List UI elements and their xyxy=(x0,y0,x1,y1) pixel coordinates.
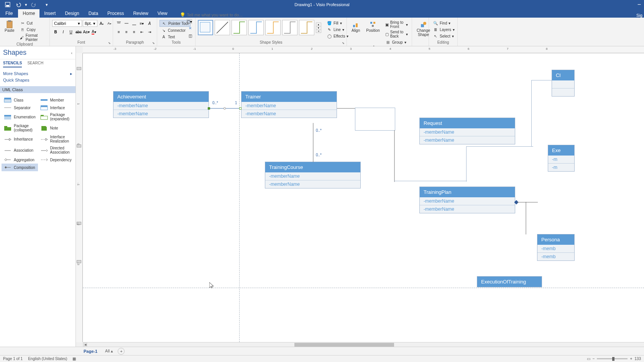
shape-enumeration[interactable]: Enumeration xyxy=(2,111,38,123)
scroll-thumb[interactable] xyxy=(294,343,394,347)
gallery-scroll-up[interactable]: ▴ xyxy=(316,23,321,26)
tellme-input[interactable] xyxy=(187,13,264,17)
minimize-button[interactable]: − xyxy=(637,1,641,8)
sign-in[interactable]: Sig xyxy=(636,13,642,18)
group-button[interactable]: ⊞Group ▾ xyxy=(384,39,409,45)
cl-class[interactable]: Cl xyxy=(552,70,575,97)
rectangle-tool-button[interactable]: ▢▾ xyxy=(187,19,192,24)
connector-mid-vert[interactable] xyxy=(394,130,395,182)
italic-button[interactable]: I xyxy=(60,28,67,35)
all-pages-button[interactable]: All ▴ xyxy=(105,349,113,354)
request-class[interactable]: Request -memberName -memberName xyxy=(419,118,515,144)
persona-class[interactable]: Persona -memb -memb xyxy=(537,234,575,261)
align-right-button[interactable]: ≡ xyxy=(131,28,138,35)
paragraph-launcher[interactable]: ⬊ xyxy=(152,41,156,45)
connector-plan-down[interactable] xyxy=(526,202,526,234)
bold-button[interactable]: B xyxy=(52,28,59,35)
dim-handle[interactable] xyxy=(77,67,81,70)
shape-package-exp[interactable]: Package (expanded) xyxy=(38,111,74,123)
connector-mid-horiz[interactable] xyxy=(394,181,467,182)
file-tab[interactable]: File xyxy=(0,9,18,18)
quick-shapes-link[interactable]: Quick Shapes xyxy=(3,77,72,83)
align-bottom-button[interactable] xyxy=(131,20,138,27)
connector-plan-right[interactable] xyxy=(516,202,538,203)
shrink-font-button[interactable]: A▾ xyxy=(106,20,113,27)
select-button[interactable]: ↖Select ▾ xyxy=(431,33,456,39)
scroll-left-button[interactable]: ◀ xyxy=(83,342,87,347)
increase-indent-button[interactable]: ⇥ xyxy=(146,28,153,35)
align-left-button[interactable]: ≡ xyxy=(115,28,122,35)
font-color-button[interactable]: A▾ xyxy=(90,28,97,35)
format-painter-button[interactable]: 🖌Format Painter xyxy=(18,33,47,42)
connector-horiz2[interactable] xyxy=(466,146,533,147)
shape-directed-assoc[interactable]: Directed Association xyxy=(38,145,74,156)
review-tab[interactable]: Review xyxy=(128,9,153,18)
zoom-out-button[interactable]: − xyxy=(593,357,595,361)
save-icon[interactable] xyxy=(3,1,12,8)
shape-interface[interactable]: Interface xyxy=(38,104,74,111)
shape-separator[interactable]: Separator xyxy=(2,104,38,111)
drawing-canvas[interactable]: Achievement -memberName -memberName Trai… xyxy=(83,53,644,342)
font-name-combo[interactable]: Calibri▾ xyxy=(52,20,82,27)
shape-inheritance[interactable]: Inheritance xyxy=(2,134,38,145)
copy-button[interactable]: ⎘Copy xyxy=(18,26,47,33)
macro-status-icon[interactable]: ▦ xyxy=(72,357,76,361)
vertical-guide[interactable] xyxy=(239,53,240,342)
handle-mid[interactable] xyxy=(223,107,226,110)
shape-association[interactable]: Association xyxy=(2,145,38,156)
font-size-combo[interactable]: 8pt.▾ xyxy=(83,20,97,27)
find-button[interactable]: 🔍Find ▾ xyxy=(431,20,456,26)
underline-button[interactable]: U xyxy=(67,28,74,35)
shape-style-3[interactable] xyxy=(232,20,247,35)
gallery-more[interactable]: ≡ xyxy=(316,29,321,33)
presentation-mode-button[interactable]: ▭ xyxy=(587,357,590,361)
shape-style-7[interactable] xyxy=(299,20,314,35)
align-button[interactable]: Align xyxy=(349,20,362,33)
cut-button[interactable]: ✂Cut xyxy=(18,20,47,26)
change-case-button[interactable]: Aa▾ xyxy=(83,28,90,35)
shape-note[interactable]: Note xyxy=(38,123,74,134)
zoom-in-button[interactable]: + xyxy=(630,357,632,361)
shapestyles-launcher[interactable]: ⬊ xyxy=(342,41,346,45)
align-top-button[interactable] xyxy=(115,20,122,27)
shape-interface-real[interactable]: Interface Realization xyxy=(38,134,74,145)
handle-end[interactable] xyxy=(239,107,242,110)
redo-icon[interactable] xyxy=(29,1,38,8)
connector-trainer-course[interactable] xyxy=(313,123,314,162)
connector-box[interactable] xyxy=(355,108,395,131)
horizontal-guide[interactable] xyxy=(83,288,644,288)
shape-style-2[interactable] xyxy=(215,20,230,35)
connector-vert3[interactable] xyxy=(531,80,532,147)
home-tab[interactable]: Home xyxy=(18,9,39,18)
process-tab[interactable]: Process xyxy=(103,9,128,18)
pointer-tool-button[interactable]: ↖Pointer Tool xyxy=(159,20,191,27)
qat-customize-icon[interactable]: ▾ xyxy=(45,1,48,8)
stencils-tab[interactable]: STENCILS xyxy=(3,59,22,67)
connector-mid-vert2[interactable] xyxy=(466,146,467,182)
zoom-level[interactable]: 133 xyxy=(634,357,641,361)
collapse-panel-button[interactable]: ‹ xyxy=(71,51,72,55)
grow-font-button[interactable]: A▴ xyxy=(98,20,105,27)
bring-front-button[interactable]: ▣Bring to Front ▾ xyxy=(384,20,409,29)
strikethrough-button[interactable]: abc xyxy=(75,28,82,35)
shape-dependency[interactable]: Dependency xyxy=(38,156,74,164)
view-tab[interactable]: View xyxy=(153,9,172,18)
search-tab[interactable]: SEARCH xyxy=(27,59,43,67)
qat-dropdown-icon[interactable]: ▾ xyxy=(25,1,28,8)
align-center-button[interactable]: ≡ xyxy=(123,28,130,35)
shape-class[interactable]: Class xyxy=(2,96,38,104)
fill-button[interactable]: 🪣Fill ▾ xyxy=(325,20,350,26)
shape-member[interactable]: Member xyxy=(38,96,74,104)
shape-composition[interactable]: Composition xyxy=(2,164,38,171)
shape-style-6[interactable] xyxy=(282,20,297,35)
decrease-indent-button[interactable]: ⇤ xyxy=(138,28,145,35)
shape-style-1[interactable] xyxy=(198,20,213,35)
add-page-button[interactable]: + xyxy=(118,348,125,355)
crop-tool-button[interactable]: ◫ xyxy=(187,32,194,39)
handle-start[interactable] xyxy=(208,107,210,110)
line-button[interactable]: ✎Line ▾ xyxy=(325,26,350,33)
undo-icon[interactable] xyxy=(14,1,23,8)
effects-button[interactable]: ◯Effects ▾ xyxy=(325,33,350,39)
stencil-uml-class[interactable]: UML Class xyxy=(0,86,76,93)
trainingplan-class[interactable]: TrainingPlan -memberName -memberName xyxy=(419,187,515,213)
